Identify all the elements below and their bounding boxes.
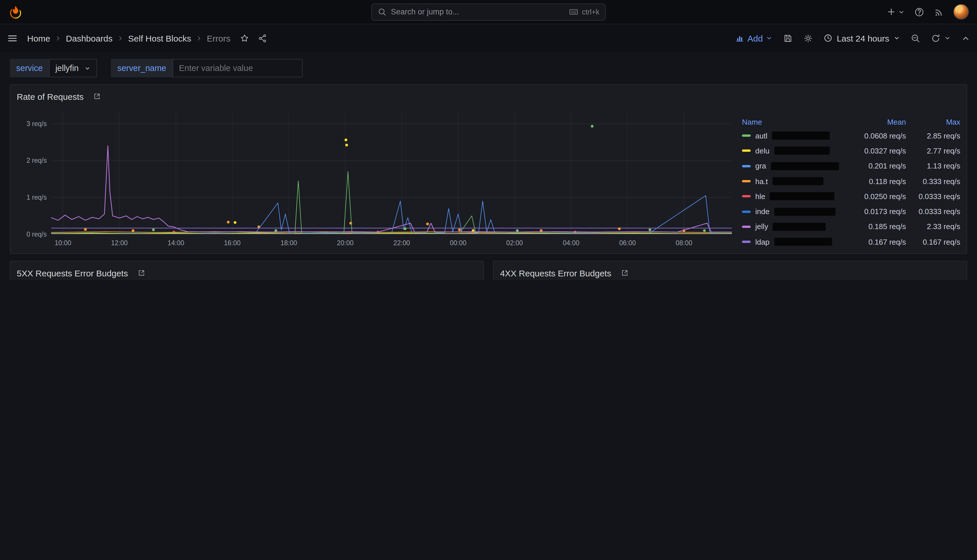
legend-value: 2.33 req/s	[906, 222, 960, 231]
search-input[interactable]: Search or jump to... ctrl+k	[371, 3, 606, 20]
toolbar-actions: Add	[735, 33, 970, 43]
panel-title[interactable]: 5XX Requests Error Budgets	[17, 268, 128, 278]
refresh-button[interactable]	[931, 33, 951, 43]
breadcrumb-home[interactable]: Home	[27, 33, 50, 43]
legend-col-value2[interactable]: Max	[906, 117, 960, 126]
legend-value: 2.85 req/s	[906, 131, 960, 140]
panel-title[interactable]: 4XX Requests Error Budgets	[500, 268, 611, 278]
series-name: gra	[755, 162, 766, 170]
clock-icon	[823, 33, 833, 43]
chevron-down-icon	[766, 35, 773, 42]
legend-row[interactable]: jelly 0.185 req/s 2.33 req/s	[742, 219, 960, 235]
legend-row[interactable]: hle 0.0250 req/s 0.0333 req/s	[742, 189, 960, 204]
legend-row[interactable]: gra 0.201 req/s 1.13 req/s	[742, 158, 960, 174]
hamburger-icon	[7, 33, 18, 43]
panel-4xx-error-budgets: 4XX Requests Error Budgets 60%70%80%90%1…	[493, 261, 967, 280]
variable-service-select[interactable]: jellyfin	[49, 59, 97, 77]
chevron-down-icon	[898, 8, 905, 15]
mega-menu-button[interactable]	[7, 33, 18, 43]
svg-text:02:00: 02:00	[506, 239, 523, 247]
redacted-text	[773, 223, 826, 231]
save-dashboard-button[interactable]	[783, 33, 793, 43]
variable-service: service jellyfin	[10, 59, 97, 77]
svg-text:22:00: 22:00	[394, 239, 410, 247]
chevron-down-icon	[893, 35, 900, 42]
error-budget-row: 5XX Requests Error Budgets 20%40%60%80%1…	[10, 261, 967, 280]
top-nav-actions	[886, 4, 969, 20]
legend-col-name[interactable]: Name	[742, 117, 841, 126]
grafana-flame-icon	[8, 4, 23, 19]
series-color-icon	[742, 195, 751, 198]
question-circle-icon	[914, 7, 924, 17]
legend-row[interactable]: autl 0.0608 req/s 2.85 req/s	[742, 128, 960, 143]
redacted-text	[774, 207, 835, 215]
add-button[interactable]: Add	[735, 33, 773, 43]
legend-row[interactable]: ha.t 0.118 req/s 0.333 req/s	[742, 174, 960, 189]
series-color-icon	[742, 165, 751, 167]
plus-icon	[886, 7, 896, 17]
news-button[interactable]	[934, 7, 944, 17]
time-series-chart[interactable]: 0 req/s1 req/s2 req/s3 req/s10:0012:0014…	[16, 105, 735, 249]
svg-text:16:00: 16:00	[224, 239, 241, 247]
series-color-icon	[742, 226, 751, 228]
star-icon	[240, 33, 249, 43]
legend-row[interactable]: delu 0.0327 req/s 2.77 req/s	[742, 143, 960, 159]
svg-text:20:00: 20:00	[337, 239, 354, 247]
redacted-text	[771, 162, 839, 170]
chevron-down-icon	[84, 65, 91, 71]
variable-server-name-input[interactable]	[173, 59, 302, 77]
chevron-right-icon	[117, 35, 124, 41]
zoom-out-icon	[910, 33, 920, 43]
series-name: jelly	[755, 222, 768, 231]
panel-rate-of-requests: Rate of Requests 0 req/s1 req/s2 req/s3 …	[10, 84, 967, 254]
panel-title[interactable]: Rate of Requests	[17, 92, 84, 101]
panel-header: Rate of Requests	[16, 88, 961, 105]
breadcrumb: Home Dashboards Self Host Blocks Errors	[27, 33, 230, 43]
search-shortcut: ctrl+k	[569, 7, 600, 17]
time-range-picker[interactable]: Last 24 hours	[823, 33, 900, 43]
zoom-out-button[interactable]	[910, 33, 920, 43]
variable-server-name-label: server_name	[111, 59, 172, 77]
legend-row[interactable]: inde 0.0173 req/s 0.0333 req/s	[742, 204, 960, 219]
external-link-icon[interactable]	[93, 92, 101, 100]
keyboard-icon	[569, 7, 579, 17]
series-name: autl	[755, 131, 767, 140]
breadcrumb-folder[interactable]: Self Host Blocks	[128, 33, 191, 43]
rss-icon	[934, 7, 944, 17]
collapse-toolbar-button[interactable]	[961, 34, 970, 42]
series-color-icon	[742, 210, 751, 213]
search-icon	[377, 8, 386, 16]
redacted-text	[774, 238, 832, 246]
share-button[interactable]	[257, 33, 267, 43]
legend-table: Name Mean Max autl 0.0608 req/s 2.85 req…	[735, 105, 961, 249]
favorite-button[interactable]	[240, 33, 249, 43]
series-name: hle	[755, 192, 765, 201]
help-button[interactable]	[914, 7, 924, 17]
legend-value: 2.77 req/s	[906, 147, 960, 155]
grafana-logo[interactable]	[8, 4, 23, 19]
search-placeholder: Search or jump to...	[391, 8, 459, 16]
legend-value: 0.0333 req/s	[906, 192, 960, 201]
breadcrumb-dashboards[interactable]: Dashboards	[66, 33, 113, 43]
svg-text:00:00: 00:00	[450, 239, 466, 247]
svg-text:1 req/s: 1 req/s	[27, 193, 47, 201]
series-name: inde	[755, 207, 770, 216]
legend-row[interactable]: ldap 0.167 req/s 0.167 req/s	[742, 234, 960, 250]
legend-col-value1[interactable]: Mean	[841, 117, 906, 126]
user-avatar[interactable]	[953, 4, 969, 20]
series-color-icon	[742, 241, 751, 243]
redacted-text	[772, 132, 830, 140]
svg-text:14:00: 14:00	[167, 239, 184, 247]
series-name: ldap	[755, 237, 770, 246]
redacted-text	[770, 192, 835, 200]
svg-text:06:00: 06:00	[619, 239, 636, 247]
top-nav: Search or jump to... ctrl+k	[0, 0, 977, 24]
graph-bar-icon	[735, 33, 745, 43]
external-link-icon[interactable]	[137, 269, 145, 277]
external-link-icon[interactable]	[620, 269, 628, 277]
dashboard-settings-button[interactable]	[803, 33, 813, 43]
legend-value: 0.185 req/s	[841, 222, 906, 231]
new-button[interactable]	[886, 7, 905, 17]
save-icon	[783, 33, 793, 43]
series-color-icon	[742, 150, 751, 152]
